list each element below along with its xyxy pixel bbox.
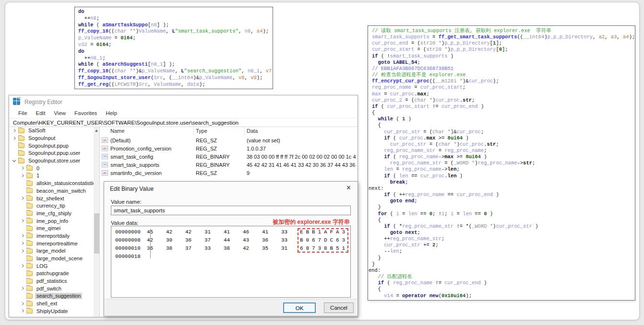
chevron-right-icon[interactable] xyxy=(20,196,25,201)
folder-icon xyxy=(26,188,33,193)
folder-icon xyxy=(26,204,33,209)
tree-item-search_suggestion[interactable]: search_suggestion xyxy=(9,292,99,300)
tree-item-ime_pop_info[interactable]: ime_pop_info xyxy=(9,217,99,225)
hex-byte: 37 xyxy=(204,236,224,244)
tree-item-shell_ext[interactable]: shell_ext xyxy=(9,300,99,308)
tree-item-SogouInput.ppup[interactable]: SogouInput.ppup xyxy=(9,142,99,150)
chevron-right-icon[interactable] xyxy=(20,233,25,238)
folder-icon xyxy=(18,151,24,156)
tree-item-beacon_main_switch[interactable]: beacon_main_switch xyxy=(9,187,99,195)
value-name-label: Value name: xyxy=(111,199,142,205)
tree-item-ShiplyUpdate[interactable]: ShiplyUpdate xyxy=(9,308,99,315)
reg-sz-icon: ab xyxy=(102,146,108,151)
tree-item-ime_qimei[interactable]: ime_qimei xyxy=(9,225,99,232)
chevron-right-icon[interactable] xyxy=(20,166,25,171)
close-icon[interactable]: ✕ xyxy=(346,185,351,191)
tree-item-imereportdaily[interactable]: imereportdaily xyxy=(9,232,99,240)
hex-byte: 38 xyxy=(166,244,185,253)
registry-value-row-smart_task_config[interactable]: 011smart_task_configREG_BINARY38 03 00 0… xyxy=(100,153,358,161)
code-line: { xyxy=(372,122,635,128)
code-line: } xyxy=(372,255,635,261)
tree-item-imereportrealtime[interactable]: imereportrealtime xyxy=(9,240,99,247)
menu-item-help[interactable]: Help xyxy=(101,109,121,117)
tree-item-ime_cfg_shiply[interactable]: ime_cfg_shiply xyxy=(9,210,99,218)
chevron-placeholder xyxy=(20,294,25,299)
chevron-right-icon[interactable] xyxy=(20,302,25,306)
tree-item-label: SalSoft xyxy=(27,128,47,134)
tree-item-SogouInput.ppup.user[interactable]: SogouInput.ppup.user xyxy=(9,150,99,157)
tree-item-allskin_statusiconstatistics[interactable]: allskin_statusiconstatistics xyxy=(9,180,99,187)
code-line: if ( !smart_task_supports ) xyxy=(372,53,635,59)
folder-icon xyxy=(26,166,33,171)
menu-item-favorites[interactable]: Favorites xyxy=(70,109,101,117)
tree-item-1[interactable]: 1 xyxy=(9,172,99,180)
hex-column-divider xyxy=(150,229,151,258)
tree-item-label: LOG xyxy=(35,263,49,269)
hex-byte: 42 xyxy=(147,236,166,244)
chevron-right-icon[interactable] xyxy=(20,309,25,313)
tree-item-0[interactable]: 0 xyxy=(9,164,99,172)
chevron-right-icon[interactable] xyxy=(20,219,25,223)
tree-item-large_model[interactable]: large_model xyxy=(9,247,99,255)
regedit-title-bar[interactable]: Registry Editor xyxy=(9,95,358,108)
code-line: cur_proc_start = (str20 *)p_p_p_Director… xyxy=(372,46,635,53)
tree-item-pdf_switch[interactable]: pdf_switch xyxy=(9,285,99,292)
chevron-right-icon[interactable] xyxy=(20,249,25,254)
tree-item-biz_shellext[interactable]: biz_shellext xyxy=(9,195,99,202)
hex-offset: 00000018 xyxy=(115,253,147,261)
value-name-input[interactable] xyxy=(111,206,351,215)
column-header-type[interactable]: Type xyxy=(196,128,207,134)
folder-icon xyxy=(26,174,33,178)
tree-item-SogouInput.store.user[interactable]: SogouInput.store.user xyxy=(9,157,99,165)
tree-item-SogouInput[interactable]: SogouInput xyxy=(9,135,99,142)
chevron-right-icon[interactable] xyxy=(20,286,25,291)
value-data: 9 xyxy=(247,170,356,176)
regedit-address-bar[interactable]: Computer\HKEY_CURRENT_USER\SOFTWARE\Sogo… xyxy=(9,118,358,127)
column-header-data[interactable]: Data xyxy=(247,128,258,134)
code-line: v32 = 0i64; xyxy=(78,42,273,48)
chevron-right-icon[interactable] xyxy=(12,128,17,133)
tree-item-patchupgrade[interactable]: patchupgrade xyxy=(9,270,99,278)
column-header-name[interactable]: Name xyxy=(110,128,124,134)
chevron-right-icon[interactable] xyxy=(20,264,25,268)
chevron-right-icon[interactable] xyxy=(20,174,25,178)
registry-value-row-smartinfo_dic_version[interactable]: absmartinfo_dic_versionREG_SZ9 xyxy=(100,169,358,177)
code-line: if ( reg_proc_name->max >= 8ui64 ) xyxy=(372,154,635,160)
chevron-right-icon[interactable] xyxy=(12,136,17,141)
scroll-up-icon[interactable] xyxy=(95,129,98,132)
tree-item-label: currency_tip xyxy=(35,203,67,209)
code-line: len = reg_proc_name->len; xyxy=(372,166,635,173)
registry-value-row-Promotion_config_version[interactable]: abPromotion_config_versionREG_SZ1.0.0.37 xyxy=(100,145,358,153)
hex-editor[interactable]: 000000004542423141464133EBB1AFA300000008… xyxy=(111,226,351,298)
registry-value-row-(Default)[interactable]: ab(Default)REG_SZ(value not set) xyxy=(100,137,358,145)
tree-item-pdf_statistics[interactable]: pdf_statistics xyxy=(9,278,99,285)
chevron-placeholder xyxy=(20,181,25,186)
tree-item-large_model_scene[interactable]: large_model_scene xyxy=(9,255,99,263)
tree-item-LOG[interactable]: LOG xyxy=(9,262,99,270)
menu-item-edit[interactable]: Edit xyxy=(32,109,50,117)
menu-item-view[interactable]: View xyxy=(49,109,70,117)
chevron-down-icon[interactable] xyxy=(12,159,17,163)
tree-item-currency_tip[interactable]: currency_tip xyxy=(9,202,99,210)
tree-item-SalSoft[interactable]: SalSoft xyxy=(9,127,99,135)
tree-scrollbar[interactable] xyxy=(94,127,100,317)
value-type: REG_SZ xyxy=(196,146,217,151)
folder-icon xyxy=(26,271,33,276)
dialog-button-strip xyxy=(105,299,357,316)
code-line: while ( aSearchSuggesti[n8_1] ); xyxy=(78,61,273,68)
cancel-button[interactable]: Cancel xyxy=(324,302,354,313)
scrollbar-thumb[interactable] xyxy=(94,213,99,254)
tree-item-label: ime_cfg_shiply xyxy=(35,210,73,217)
chevron-right-icon[interactable] xyxy=(20,241,25,246)
code-line: // 检查当前进程是不是 explorer.exe xyxy=(372,72,635,78)
code-line: cur_proc_str += 2; xyxy=(372,242,635,248)
screenshot-stage: do ++n8;while ( aSmartTaskSuppo[n8] );ff… xyxy=(0,0,644,325)
tree-item-label: pdf_switch xyxy=(35,286,63,292)
menu-item-file[interactable]: File xyxy=(14,109,32,117)
value-type: REG_BINARY xyxy=(196,162,230,168)
hex-byte: 37 xyxy=(185,244,204,253)
code-line: goto end; xyxy=(372,198,635,204)
ok-button[interactable]: OK xyxy=(283,302,316,313)
code-line: ff_SogouInput_store_user(Src, (__int64)&… xyxy=(78,75,273,81)
registry-value-row-smart_task_supports[interactable]: 011smart_task_supportsREG_BINARY45 42 42… xyxy=(100,161,358,169)
